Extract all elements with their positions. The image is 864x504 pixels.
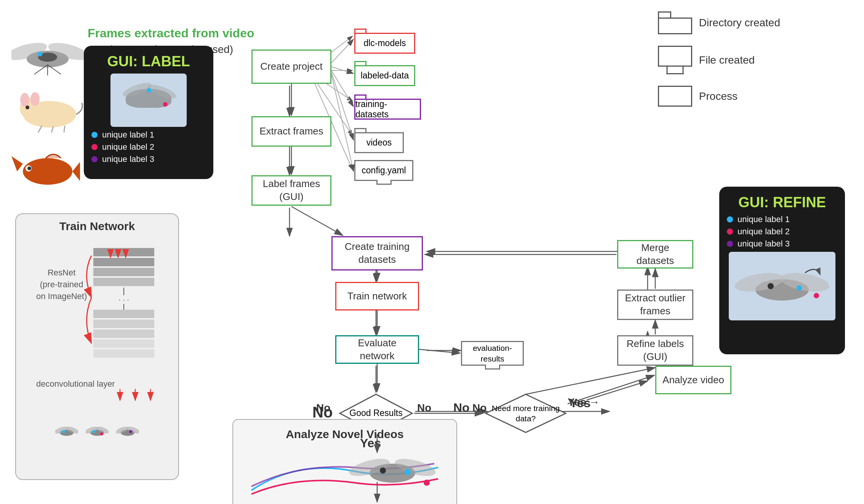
- svg-marker-40: [72, 162, 80, 181]
- svg-point-77: [797, 285, 802, 291]
- yes-analyze-label: Yes: [570, 396, 590, 410]
- svg-line-83: [331, 39, 354, 63]
- svg-point-60: [100, 432, 103, 435]
- svg-marker-41: [11, 156, 23, 171]
- extract-outlier-box[interactable]: Extract outlier frames: [617, 290, 693, 320]
- create-project-label: Create project: [260, 60, 322, 73]
- evaluate-network-box[interactable]: Evaluate network: [335, 335, 419, 364]
- yes-below-diamond-label: Yes: [360, 436, 381, 450]
- legend-file: File created: [658, 46, 780, 74]
- frames-line1: Frames extracted from video: [88, 25, 254, 42]
- gui-refine-1: unique label 1: [727, 214, 837, 224]
- analyze-video-right-label: Analyze video: [662, 374, 724, 387]
- novel-videos-title: Analyze Novel Videos: [286, 428, 404, 441]
- svg-line-96: [526, 368, 655, 394]
- gui-refine-panel: GUI: REFINE unique label 1 unique label …: [719, 187, 845, 354]
- merge-datasets-label: Merge datasets: [621, 242, 689, 267]
- evaluate-network-label: Evaluate network: [339, 337, 415, 363]
- train-network-label: Train network: [347, 290, 407, 303]
- gui-label-panel: GUI: LABEL unique label 1 unique label 2…: [84, 46, 213, 179]
- animal-fly: [11, 30, 84, 76]
- legend-process-label: Process: [699, 90, 738, 102]
- no-need-more-label: No: [453, 401, 470, 415]
- refine-labels-label: Refine labels (GUI): [627, 338, 684, 363]
- gui-refine-3: unique label 3: [727, 239, 837, 249]
- diagram-container: Directory created File created Process F…: [0, 0, 864, 504]
- svg-line-36: [38, 126, 42, 133]
- label-frames-label: Label frames (GUI): [263, 178, 320, 203]
- svg-point-34: [30, 92, 40, 106]
- legend-directory-label: Directory created: [699, 17, 780, 29]
- merge-datasets-box[interactable]: Merge datasets: [617, 240, 693, 269]
- no2-label: No: [472, 402, 486, 414]
- label-frames-box[interactable]: Label frames (GUI): [251, 175, 331, 206]
- gui-label-items: unique label 1 unique label 2 unique lab…: [91, 130, 206, 164]
- svg-point-71: [424, 480, 430, 486]
- train-network-title: Train Network: [16, 220, 178, 233]
- extract-frames-box[interactable]: Extract frames: [251, 116, 331, 147]
- svg-line-84: [331, 67, 354, 74]
- create-project-box[interactable]: Create project: [251, 50, 331, 84]
- novel-videos-panel: Analyze Novel Videos: [232, 419, 457, 504]
- svg-line-86: [331, 72, 354, 140]
- gui-label-2: unique label 2: [91, 142, 206, 152]
- extract-frames-label: Extract frames: [259, 125, 323, 138]
- gui-refine-title: GUI: REFINE: [727, 194, 837, 211]
- gui-refine-items: unique label 1 unique label 2 unique lab…: [727, 214, 837, 249]
- svg-line-90: [419, 349, 460, 353]
- animal-mouse: [8, 84, 84, 133]
- gui-label-1: unique label 1: [91, 130, 206, 140]
- legend-file-label: File created: [699, 54, 755, 66]
- svg-point-78: [814, 293, 819, 298]
- svg-point-55: [62, 430, 65, 433]
- legend-process: Process: [658, 86, 780, 107]
- svg-point-76: [768, 283, 774, 289]
- svg-point-35: [26, 106, 29, 109]
- svg-line-85: [331, 70, 354, 107]
- legend-directory: Directory created: [658, 11, 780, 34]
- config-yaml-file: config.yaml: [354, 160, 413, 181]
- svg-point-30: [38, 52, 42, 56]
- create-training-box[interactable]: Create training datasets: [331, 236, 423, 270]
- refine-labels-box[interactable]: Refine labels (GUI): [617, 335, 693, 366]
- legend: Directory created File created Process: [658, 11, 780, 107]
- svg-point-43: [27, 166, 31, 170]
- no-label-good: No: [417, 402, 431, 414]
- create-training-label: Create training datasets: [345, 240, 410, 266]
- svg-line-82: [291, 206, 343, 235]
- no-good-results-label: No: [312, 404, 333, 421]
- analyze-video-right-box[interactable]: Analyze video: [655, 366, 731, 394]
- gui-label-3: unique label 3: [91, 154, 206, 164]
- animal-fish: [11, 145, 80, 194]
- svg-point-69: [380, 467, 386, 474]
- deconv-label: deconvolutional layer: [36, 379, 115, 389]
- evaluation-results-file: evaluation- results: [461, 341, 524, 366]
- svg-point-39: [23, 158, 72, 185]
- svg-point-64: [129, 430, 132, 433]
- train-network-panel: Train Network ResNet (pre-trained on Ima…: [15, 213, 179, 480]
- svg-point-33: [20, 93, 29, 107]
- gui-label-title: GUI: LABEL: [91, 53, 206, 70]
- svg-line-38: [64, 126, 65, 133]
- need-more-diamond: Need more training data?: [484, 392, 568, 434]
- svg-point-59: [93, 430, 96, 433]
- svg-point-70: [405, 469, 411, 475]
- svg-line-87: [331, 74, 354, 171]
- extract-outlier-label: Extract outlier frames: [625, 292, 686, 318]
- train-network-box[interactable]: Train network: [335, 282, 419, 310]
- gui-refine-2: unique label 2: [727, 227, 837, 237]
